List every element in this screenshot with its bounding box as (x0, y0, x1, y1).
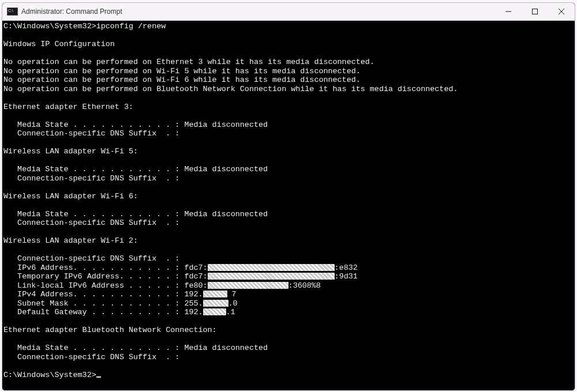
window-title: Administrator: Command Prompt (21, 7, 122, 16)
cmd-app-icon: C:\ (7, 7, 18, 16)
redacted-block (208, 273, 335, 280)
media-state-label: Media State . . . . . . . . . . . : (3, 165, 184, 174)
linklocal-ipv6-label: Link-local IPv6 Address . . . . . : (3, 281, 184, 290)
prompt-path: C:\Windows\System32> (3, 22, 96, 31)
media-state-value: Media disconnected (184, 165, 268, 174)
ipv4-suffix: 7 (227, 290, 237, 299)
ipv4-label: IPv4 Address. . . . . . . . . . . : (3, 290, 184, 299)
adapter-title: Wireless LAN adapter Wi-Fi 6: (3, 192, 138, 201)
title-bar[interactable]: C:\ Administrator: Command Prompt (2, 3, 575, 21)
prompt-command: ipconfig /renew (96, 22, 166, 31)
ipv6-prefix: fdc7: (184, 263, 207, 272)
temp-ipv6-suffix: :9d31 (335, 272, 358, 281)
redacted-block (203, 300, 228, 307)
warning-line: No operation can be performed on Etherne… (3, 58, 374, 66)
terminal-output[interactable]: C:\Windows\System32>ipconfig /renew Wind… (2, 21, 575, 390)
redacted-block (208, 282, 288, 289)
media-state-value: Media disconnected (184, 210, 268, 218)
dns-suffix-line: Connection-specific DNS Suffix . : (3, 174, 179, 183)
gateway-prefix: 192. (184, 308, 203, 316)
text-cursor-icon (96, 376, 101, 378)
dns-suffix-line: Connection-specific DNS Suffix . : (3, 218, 179, 227)
section-header: Windows IP Configuration (3, 40, 115, 48)
dns-suffix-line: Connection-specific DNS Suffix . : (3, 353, 179, 361)
ipv6-suffix: :e832 (335, 263, 358, 272)
warning-line: No operation can be performed on Wi-Fi 6… (3, 76, 361, 84)
redacted-block (203, 308, 226, 315)
gateway-label: Default Gateway . . . . . . . . . : (3, 308, 184, 316)
command-prompt-window: C:\ Administrator: Command Prompt C:\Win… (2, 2, 575, 391)
linklocal-ipv6-suffix: :3608%8 (288, 281, 321, 290)
warning-line: No operation can be performed on Bluetoo… (3, 85, 458, 93)
adapter-title: Wireless LAN adapter Wi-Fi 5: (3, 147, 138, 156)
media-state-value: Media disconnected (184, 120, 268, 129)
subnet-mask-prefix: 255. (184, 299, 203, 308)
ipv6-label: IPv6 Address. . . . . . . . . . . : (3, 263, 184, 272)
prompt-path: C:\Windows\System32> (3, 371, 96, 379)
dns-suffix-line: Connection-specific DNS Suffix . : (3, 254, 179, 263)
adapter-title: Ethernet adapter Bluetooth Network Conne… (3, 326, 217, 334)
subnet-mask-suffix: .0 (228, 299, 238, 308)
close-button[interactable] (548, 3, 575, 20)
redacted-block (203, 291, 227, 297)
redacted-block (208, 264, 335, 271)
media-state-label: Media State . . . . . . . . . . . : (3, 210, 184, 218)
subnet-mask-label: Subnet Mask . . . . . . . . . . . : (3, 299, 184, 308)
dns-suffix-line: Connection-specific DNS Suffix . : (3, 129, 179, 138)
adapter-title: Ethernet adapter Ethernet 3: (3, 103, 133, 111)
warning-line: No operation can be performed on Wi-Fi 5… (3, 67, 361, 76)
temp-ipv6-prefix: fdc7: (184, 272, 207, 281)
linklocal-ipv6-prefix: fe80: (184, 281, 207, 290)
gateway-suffix: .1 (226, 308, 235, 316)
media-state-label: Media State . . . . . . . . . . . : (3, 120, 184, 129)
svg-rect-0 (533, 9, 538, 14)
maximize-button[interactable] (522, 3, 548, 20)
adapter-title: Wireless LAN adapter Wi-Fi 2: (3, 236, 138, 245)
media-state-value: Media disconnected (184, 344, 268, 352)
media-state-label: Media State . . . . . . . . . . . : (3, 344, 184, 352)
temp-ipv6-label: Temporary IPv6 Address. . . . . . : (3, 272, 184, 281)
minimize-button[interactable] (495, 3, 522, 20)
ipv4-prefix: 192. (184, 290, 203, 299)
